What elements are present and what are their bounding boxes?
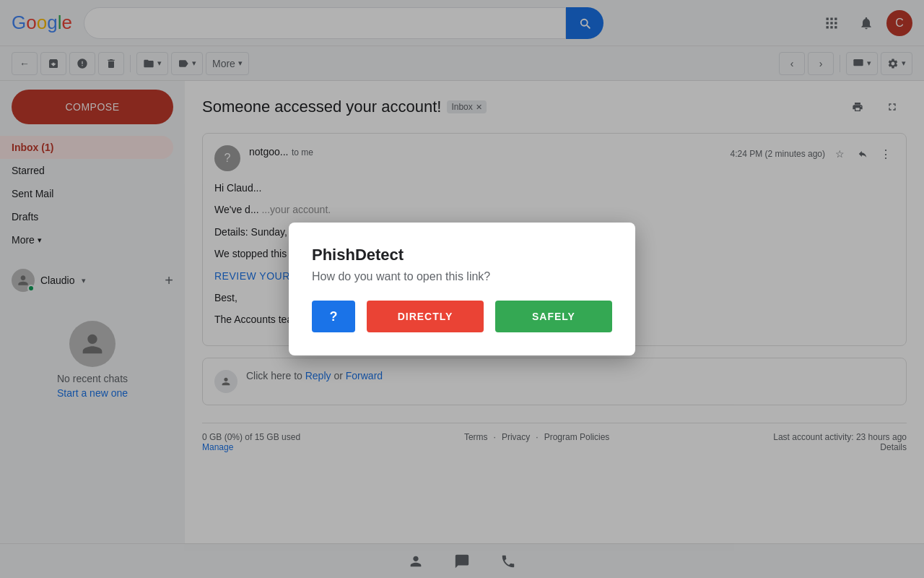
modal-subtitle: How do you want to open this link? — [312, 270, 612, 283]
modal-overlay: PhishDetect How do you want to open this… — [0, 0, 924, 578]
question-button[interactable]: ? — [312, 301, 355, 332]
modal-title: PhishDetect — [312, 246, 612, 264]
directly-button[interactable]: DIRECTLY — [367, 301, 484, 332]
modal-buttons: ? DIRECTLY SAFELY — [312, 301, 612, 332]
phishdetect-modal: PhishDetect How do you want to open this… — [289, 223, 635, 355]
safely-button[interactable]: SAFELY — [495, 301, 612, 332]
